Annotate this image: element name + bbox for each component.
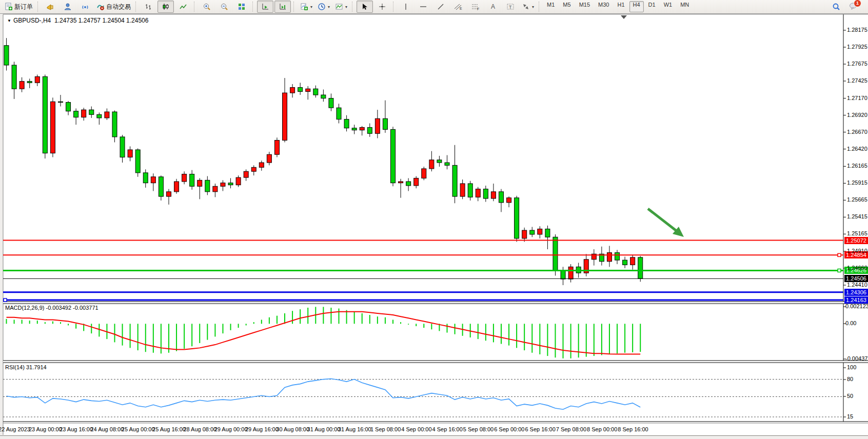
- candle-body: [445, 163, 449, 165]
- svg-text:A: A: [491, 3, 495, 10]
- timeframe-button-h4[interactable]: H4: [629, 1, 644, 12]
- profile-button[interactable]: [60, 1, 76, 13]
- zoom-in-icon: [203, 3, 211, 11]
- candle-body: [414, 178, 419, 186]
- arrows-icon: [522, 3, 530, 11]
- clock-icon: [318, 3, 326, 11]
- notifications-button[interactable]: 1: [845, 1, 862, 13]
- templates-button[interactable]: ▾: [333, 1, 349, 13]
- candle-body: [623, 260, 627, 265]
- bar-chart-button[interactable]: [140, 1, 156, 13]
- candle-body: [538, 229, 542, 234]
- candle-body: [615, 253, 620, 261]
- timeframe-button-d1[interactable]: D1: [645, 1, 659, 12]
- candle-body: [105, 112, 109, 118]
- line-handle[interactable]: [838, 253, 841, 256]
- candle-body: [553, 237, 558, 271]
- candle-body: [391, 129, 396, 183]
- candle-body: [159, 177, 163, 196]
- candle-body: [190, 174, 194, 187]
- timeframe-button-h1[interactable]: H1: [614, 1, 628, 12]
- candle-body: [66, 103, 71, 111]
- macd-indicator-label: MACD(12,26,9) -0.003492 -0.003771: [5, 305, 98, 311]
- text-icon: A: [489, 3, 497, 11]
- toolbar-separator: [37, 2, 40, 12]
- tile-windows-icon: [238, 3, 246, 11]
- profile-icon: [64, 3, 72, 11]
- channel-tool-button[interactable]: E: [450, 1, 466, 13]
- signal-button[interactable]: [77, 1, 93, 13]
- crosshair-tool-button[interactable]: [374, 1, 390, 13]
- chevron-down-icon: ▾: [328, 5, 330, 9]
- candle-body: [515, 198, 519, 238]
- candle-body: [360, 127, 364, 130]
- auto-scroll-icon: [261, 3, 269, 11]
- candle-body: [530, 230, 535, 234]
- candle-body: [460, 184, 465, 196]
- candle-body: [112, 112, 117, 137]
- chart-shift-button[interactable]: [274, 1, 291, 13]
- trendline-tool-button[interactable]: [432, 1, 449, 13]
- zoom-out-button[interactable]: [216, 1, 232, 13]
- vertical-line-tool-button[interactable]: [398, 1, 414, 13]
- chevron-down-icon: ▾: [532, 5, 534, 9]
- zoom-in-button[interactable]: [199, 1, 215, 13]
- timeframe-button-w1[interactable]: W1: [660, 1, 676, 12]
- text-tool-button[interactable]: A: [485, 1, 501, 13]
- panel-divider[interactable]: [3, 302, 868, 304]
- horizontal-line-icon: [419, 3, 427, 11]
- candle-body: [491, 192, 496, 198]
- line-handle[interactable]: [4, 298, 7, 302]
- tile-windows-button[interactable]: [233, 1, 250, 13]
- megaphone-icon: [46, 3, 54, 11]
- candle-body: [290, 88, 295, 93]
- autotrading-icon: [96, 3, 105, 11]
- candle-body: [422, 169, 426, 178]
- candle-body: [236, 177, 241, 185]
- timeframe-button-mn[interactable]: MN: [677, 1, 693, 12]
- candle-body: [205, 180, 210, 191]
- svg-text:T: T: [509, 5, 512, 10]
- auto-trading-button[interactable]: 自动交易: [94, 1, 133, 13]
- chart-canvas[interactable]: [0, 0, 868, 439]
- toolbar-separator: [352, 2, 354, 12]
- timeframe-button-m15[interactable]: M15: [576, 1, 594, 12]
- timeframe-button-m5[interactable]: M5: [559, 1, 574, 12]
- candlestick-chart-icon: [162, 3, 170, 11]
- new-order-button[interactable]: 新订单: [3, 1, 35, 13]
- candle-body: [221, 183, 225, 187]
- timeframe-button-m30[interactable]: M30: [595, 1, 613, 12]
- line-handle[interactable]: [838, 269, 841, 272]
- search-button[interactable]: [828, 1, 844, 13]
- toolbar-separator: [194, 2, 196, 12]
- candle-body: [283, 93, 287, 140]
- chevron-down-icon: ▾: [345, 5, 347, 9]
- timeframe-button-m1[interactable]: M1: [543, 1, 558, 12]
- candlestick-chart-button[interactable]: [157, 1, 174, 13]
- text-label-tool-button[interactable]: T: [502, 1, 519, 13]
- candle-body: [499, 192, 503, 203]
- candle-body: [89, 110, 94, 114]
- trend-arrow-shaft[interactable]: [648, 209, 678, 232]
- candle-body: [267, 154, 271, 163]
- add-indicator-icon: [300, 3, 308, 11]
- cursor-tool-button[interactable]: [357, 1, 373, 13]
- alerts-button[interactable]: [42, 1, 58, 13]
- fibonacci-tool-button[interactable]: F: [467, 1, 484, 13]
- toolbar-separator: [293, 2, 295, 12]
- template-icon: [335, 3, 343, 11]
- chevron-down-icon: ▾: [310, 5, 312, 9]
- candle-body: [337, 108, 341, 119]
- add-indicator-button[interactable]: ▾: [298, 1, 314, 13]
- horizontal-line-tool-button[interactable]: [415, 1, 431, 13]
- text-label-icon: T: [506, 3, 515, 11]
- svg-text:F: F: [477, 7, 479, 11]
- periods-button[interactable]: ▾: [315, 1, 332, 13]
- arrows-tool-button[interactable]: ▾: [520, 1, 536, 13]
- line-chart-button[interactable]: [175, 1, 191, 13]
- auto-scroll-button[interactable]: [257, 1, 273, 13]
- candle-body: [352, 128, 357, 130]
- panel-divider[interactable]: [3, 361, 868, 363]
- candle-body: [228, 183, 233, 185]
- line-chart-icon: [179, 3, 187, 11]
